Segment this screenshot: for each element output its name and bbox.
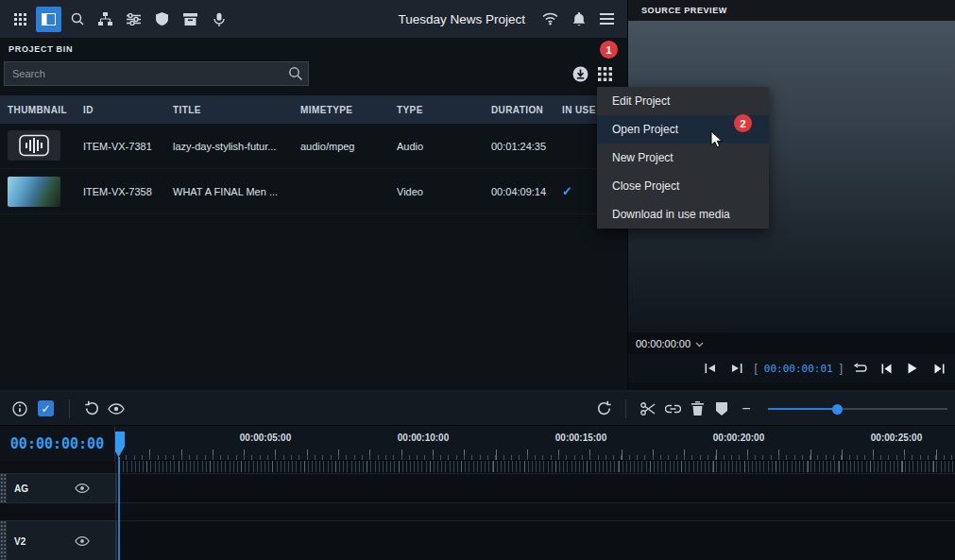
ruler-label: 00:00:20:00	[713, 433, 764, 443]
source-preview-title: SOURCE PREVIEW	[628, 0, 955, 21]
prev-frame-icon[interactable]	[874, 358, 898, 379]
visibility-eye-icon[interactable]	[104, 397, 128, 421]
hamburger-menu-icon[interactable]	[594, 7, 620, 32]
wifi-status-icon[interactable]	[537, 7, 563, 32]
search-magnifier-icon[interactable]	[288, 66, 303, 85]
cut-scissors-icon[interactable]	[636, 397, 660, 421]
table-header-row: THUMBNAIL ID TITLE MIMETYPE TYPE DURATIO…	[0, 95, 627, 124]
ruler-minor-ticks	[118, 455, 955, 460]
microphone-icon[interactable]	[206, 7, 231, 32]
ruler-label: 00:00:25:00	[871, 433, 922, 443]
chevron-down-icon[interactable]	[695, 338, 704, 349]
zoom-out-minus-icon[interactable]: −	[734, 397, 759, 421]
col-header-duration[interactable]: DURATION	[484, 105, 554, 115]
track-visibility-eye-icon[interactable]	[75, 536, 90, 547]
media-table: THUMBNAIL ID TITLE MIMETYPE TYPE DURATIO…	[0, 95, 627, 214]
history-redo-icon[interactable]	[591, 397, 616, 421]
col-header-id[interactable]: ID	[76, 105, 165, 115]
shield-icon[interactable]	[149, 7, 175, 32]
timeline-ruler[interactable]: 00:00:05:00 00:00:10:00 00:00:15:00 00:0…	[115, 426, 955, 461]
zoom-slider-thumb[interactable]	[832, 404, 843, 415]
transport-controls: [ 00:00:00:01 ]	[628, 354, 955, 382]
track-drag-handle[interactable]	[0, 473, 7, 503]
track-content[interactable]	[115, 473, 955, 503]
mark-in-bracket[interactable]: [	[754, 362, 757, 375]
ruler-label: 00:00:15:00	[555, 433, 606, 443]
goto-in-icon[interactable]	[698, 358, 723, 379]
step-badge-2: 2	[734, 114, 752, 132]
col-header-mimetype[interactable]: MIMETYPE	[293, 105, 389, 115]
item-title: lazy-day-stylish-futur...	[165, 141, 293, 152]
project-bin-pane: Tuesday News Project PROJECT BIN	[0, 0, 627, 390]
menu-item-close-project[interactable]: Close Project	[597, 172, 769, 200]
mark-timecode: 00:00:00:01	[764, 363, 833, 375]
thumbnail-cell	[0, 130, 76, 162]
bell-icon[interactable]	[566, 7, 591, 32]
menu-item-edit-project[interactable]: Edit Project	[597, 87, 769, 115]
bin-search-row	[4, 59, 623, 88]
workflow-icon[interactable]	[93, 7, 118, 32]
play-icon[interactable]	[900, 358, 925, 379]
frame-ruler	[115, 461, 955, 472]
zoom-slider[interactable]	[768, 399, 947, 418]
project-bin-label: PROJECT BIN	[0, 38, 627, 54]
track-drag-handle[interactable]	[0, 520, 7, 560]
track-row-v2[interactable]: V2	[0, 520, 955, 560]
toolbar-divider	[69, 399, 70, 418]
track-header[interactable]: AG	[7, 473, 115, 503]
delete-trash-icon[interactable]	[685, 397, 709, 421]
sliders-icon[interactable]	[121, 7, 146, 32]
undo-icon[interactable]	[79, 397, 104, 421]
col-header-type[interactable]: TYPE	[389, 105, 484, 115]
archive-icon[interactable]	[178, 7, 203, 32]
item-id: ITEM-VX-7358	[76, 186, 165, 197]
next-frame-icon[interactable]	[927, 358, 951, 379]
track-name: AG	[14, 484, 28, 494]
col-header-thumbnail[interactable]: THUMBNAIL	[0, 105, 76, 115]
item-title: WHAT A FINAL Men ...	[165, 186, 293, 197]
track-row-ag[interactable]: AG	[0, 473, 955, 503]
bin-actions	[572, 66, 623, 82]
track-visibility-eye-icon[interactable]	[75, 484, 90, 494]
project-context-menu: Edit Project Open Project New Project Cl…	[597, 87, 769, 229]
table-row[interactable]: ITEM-VX-7381 lazy-day-stylish-futur... a…	[0, 124, 627, 169]
search-icon[interactable]	[64, 7, 90, 32]
item-id: ITEM-VX-7381	[76, 141, 165, 152]
project-menu-grid-icon[interactable]	[598, 67, 612, 81]
track-name: V2	[14, 536, 26, 547]
item-mimetype: audio/mpeg	[293, 141, 389, 152]
selection-checkbox[interactable]: ✓	[38, 400, 54, 416]
audio-waveform-thumbnail	[8, 130, 60, 161]
mark-out-bracket[interactable]: ]	[840, 362, 843, 375]
timeline-toolbar-right: −	[591, 397, 947, 421]
item-type: Video	[389, 186, 484, 197]
search-input[interactable]	[5, 62, 308, 85]
ruler-label: 00:00:10:00	[398, 433, 449, 443]
zoom-slider-fill	[768, 408, 837, 410]
info-icon[interactable]	[8, 397, 32, 421]
track-content[interactable]	[115, 520, 955, 560]
playhead-line	[118, 457, 120, 560]
frame-ruler-major	[115, 461, 955, 472]
timeline-ruler-row: 00:00:00:00 00:00:05:00 00:00:10:00 00:0…	[0, 426, 955, 461]
apps-grid-icon[interactable]	[8, 7, 33, 32]
item-duration: 00:01:24:35	[484, 141, 554, 152]
col-header-title[interactable]: TITLE	[165, 105, 293, 115]
menu-item-download-in-use-media[interactable]: Download in use media	[597, 200, 769, 229]
top-toolbar: Tuesday News Project	[0, 0, 627, 38]
goto-out-icon[interactable]	[725, 358, 749, 379]
app-root: Tuesday News Project PROJECT BIN	[0, 0, 955, 560]
marker-icon[interactable]	[709, 397, 734, 421]
mouse-cursor	[710, 130, 724, 149]
link-icon[interactable]	[660, 397, 685, 421]
table-row[interactable]: ITEM-VX-7358 WHAT A FINAL Men ... Video …	[0, 169, 627, 214]
menu-item-new-project[interactable]: New Project	[597, 144, 769, 172]
ruler-label: 00:00:05:00	[240, 433, 291, 443]
track-header[interactable]: V2	[7, 520, 115, 560]
timeline-pane: ✓	[0, 390, 955, 560]
download-icon[interactable]	[572, 66, 588, 82]
search-box	[4, 61, 309, 86]
layout-panel-icon[interactable]	[36, 7, 61, 32]
preview-timecode: 00:00:00:00	[636, 338, 691, 349]
loop-icon[interactable]	[847, 358, 872, 379]
